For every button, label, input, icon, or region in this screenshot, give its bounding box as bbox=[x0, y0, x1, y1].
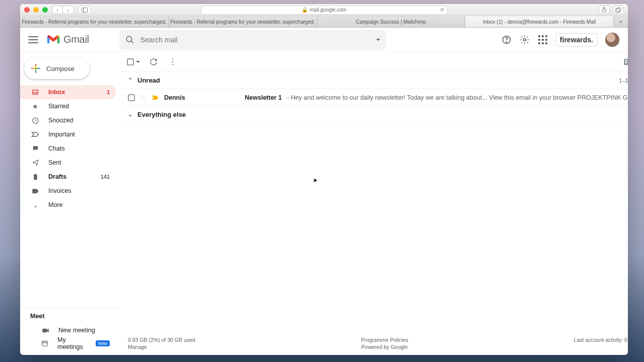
sidebar-item-label: New meeting bbox=[58, 327, 95, 334]
sidebar-item-label: Sent bbox=[48, 159, 61, 166]
gmail-icon bbox=[46, 34, 60, 45]
workspace-brand: firewards. bbox=[555, 33, 598, 46]
settings-button[interactable] bbox=[519, 34, 530, 45]
safari-titlebar: ‹ › 🔒 mail.google.com ⟳ bbox=[20, 4, 628, 16]
section-label: Everything else bbox=[137, 111, 186, 118]
browser-tab[interactable]: Firewards - Referral programs for your n… bbox=[20, 16, 169, 27]
sidebar-item-starred[interactable]: ★ Starred bbox=[20, 99, 116, 113]
nav-back-forward: ‹ › bbox=[52, 6, 74, 14]
mouse-cursor-icon: ➤ bbox=[313, 177, 318, 184]
density-toggle[interactable] bbox=[624, 58, 628, 65]
sidebar-item-important[interactable]: Important bbox=[20, 127, 116, 141]
more-button[interactable]: ⋮ bbox=[167, 56, 178, 67]
account-avatar[interactable] bbox=[605, 32, 620, 47]
back-button[interactable]: ‹ bbox=[52, 6, 63, 14]
browser-tab[interactable]: Campaign Success | Mailchimp bbox=[317, 16, 466, 27]
search-icon bbox=[125, 35, 134, 44]
inbox-icon bbox=[31, 89, 39, 96]
section-everything-else[interactable]: ⌄ Everything else ⋮ bbox=[121, 106, 628, 123]
gmail-logo[interactable]: Gmail bbox=[46, 34, 89, 45]
star-icon: ★ bbox=[31, 103, 39, 110]
gmail-wordmark: Gmail bbox=[63, 34, 89, 45]
sidebar-item-label: Inbox bbox=[48, 89, 65, 96]
svg-rect-4 bbox=[617, 8, 621, 11]
email-row[interactable]: ☆ Dennis Newsletter 1 - Hey and welcome … bbox=[121, 89, 628, 106]
svg-rect-0 bbox=[82, 8, 88, 12]
share-button[interactable] bbox=[599, 6, 610, 14]
plus-icon bbox=[31, 64, 40, 73]
policies-link[interactable]: Programme Policies bbox=[361, 337, 408, 343]
reload-icon[interactable]: ⟳ bbox=[440, 7, 444, 13]
gmail-body: Compose Inbox 1 ★ Starred Snoozed Import… bbox=[20, 52, 628, 355]
gmail-header: Gmail firewards. bbox=[20, 28, 628, 52]
meet-new-meeting[interactable]: New meeting bbox=[30, 324, 116, 337]
sidebar-item-snoozed[interactable]: Snoozed bbox=[20, 113, 116, 127]
chat-icon bbox=[31, 145, 39, 152]
sidebar-item-sent[interactable]: Sent bbox=[20, 156, 116, 170]
sidebar-item-label: Invoices bbox=[48, 187, 71, 194]
sidebar-item-chats[interactable]: Chats bbox=[20, 141, 116, 156]
sidebar-item-drafts[interactable]: Drafts 141 bbox=[20, 170, 116, 184]
checkbox-icon bbox=[127, 58, 134, 65]
email-preview: - Hey and welcome to our daily newslette… bbox=[287, 94, 628, 101]
sent-icon bbox=[31, 159, 39, 166]
draft-icon bbox=[31, 173, 39, 181]
apps-button[interactable] bbox=[537, 34, 548, 45]
chevron-down-icon bbox=[136, 61, 140, 63]
sidebar-item-label: More bbox=[48, 201, 62, 208]
footer-left: 0.83 GB (2%) of 30 GB used Manage bbox=[128, 337, 195, 350]
email-subject: Newsletter 1 bbox=[245, 94, 282, 101]
svg-point-7 bbox=[506, 41, 507, 42]
sidebar-item-label: Snoozed bbox=[48, 117, 73, 124]
footer-center: Programme Policies Powered by Google bbox=[361, 337, 408, 350]
chevron-down-icon: ⌄ bbox=[128, 111, 132, 118]
chevron-down-icon: ⌄ bbox=[31, 201, 39, 209]
section-label: Unread bbox=[137, 77, 160, 84]
close-window-button[interactable] bbox=[24, 7, 30, 13]
search-input[interactable] bbox=[140, 36, 380, 44]
calendar-icon bbox=[41, 340, 48, 347]
sidebar-item-more[interactable]: ⌄ More bbox=[20, 198, 116, 212]
svg-rect-11 bbox=[42, 341, 48, 346]
sidebar-item-invoices[interactable]: Invoices bbox=[20, 184, 116, 198]
address-bar[interactable]: 🔒 mail.google.com ⟳ bbox=[201, 6, 448, 15]
sidebar-item-inbox[interactable]: Inbox 1 bbox=[20, 85, 116, 99]
sidebar-item-count: 1 bbox=[107, 89, 110, 95]
browser-tab-active[interactable]: Inbox (1) - dennis@firewards.com - Firew… bbox=[465, 16, 614, 27]
manage-link[interactable]: Manage bbox=[128, 344, 195, 350]
sidebar-toggle-button[interactable] bbox=[78, 6, 91, 14]
main-menu-button[interactable] bbox=[28, 36, 38, 43]
email-sender: Dennis bbox=[164, 94, 240, 101]
star-icon[interactable]: ☆ bbox=[140, 94, 146, 101]
meet-my-meetings[interactable]: My meetings New bbox=[30, 337, 116, 350]
safari-tabbar: Firewards - Referral programs for your n… bbox=[20, 16, 628, 28]
chevron-up-icon: ⌃ bbox=[128, 77, 132, 84]
url-text: mail.google.com bbox=[310, 7, 346, 13]
search-options-icon[interactable] bbox=[376, 39, 380, 41]
minimize-window-button[interactable] bbox=[33, 7, 39, 13]
refresh-button[interactable] bbox=[148, 56, 159, 67]
label-icon bbox=[31, 188, 39, 194]
browser-tab[interactable]: Firewards - Referral programs for your n… bbox=[169, 16, 317, 27]
activity-text: Last account activity: 0 minutes ago bbox=[574, 337, 628, 343]
section-unread[interactable]: ⌃ Unread 1–1 of 1 ⋮ bbox=[121, 72, 628, 89]
tabs-overview-button[interactable] bbox=[613, 6, 624, 14]
svg-rect-3 bbox=[616, 9, 620, 12]
lock-icon: 🔒 bbox=[302, 7, 308, 13]
footer: 0.83 GB (2%) of 30 GB used Manage Progra… bbox=[121, 334, 628, 355]
svg-rect-10 bbox=[42, 328, 47, 332]
compose-button[interactable]: Compose bbox=[24, 58, 90, 79]
row-checkbox[interactable] bbox=[128, 94, 135, 101]
safari-window: ‹ › 🔒 mail.google.com ⟳ Firewards - Refe… bbox=[20, 4, 628, 355]
support-button[interactable] bbox=[501, 34, 512, 45]
window-controls bbox=[24, 7, 48, 13]
important-marker-icon[interactable] bbox=[151, 95, 159, 101]
sidebar-item-label: My meetings bbox=[57, 336, 84, 350]
sidebar-item-count: 141 bbox=[101, 174, 110, 180]
maximize-window-button[interactable] bbox=[42, 7, 48, 13]
sidebar-item-label: Drafts bbox=[48, 173, 66, 180]
select-all[interactable] bbox=[127, 58, 140, 65]
search-bar[interactable] bbox=[119, 30, 386, 50]
forward-button[interactable]: › bbox=[63, 6, 74, 14]
new-tab-button[interactable]: + bbox=[614, 16, 628, 27]
